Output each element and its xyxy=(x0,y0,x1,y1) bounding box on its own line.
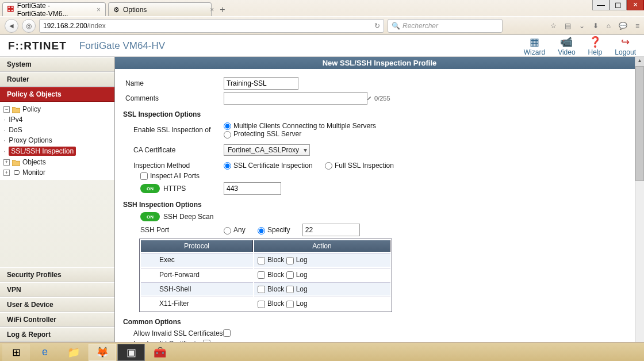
svg-rect-4 xyxy=(12,10,13,11)
ca-cert-label: CA Certificate xyxy=(123,146,224,154)
window-maximize-button[interactable]: ◻ xyxy=(610,0,627,10)
help-button[interactable]: ❓Help xyxy=(588,36,603,56)
enable-opt-protecting[interactable]: Protecting SSL Server xyxy=(224,130,301,138)
taskbar-terminal[interactable]: ▣ xyxy=(117,344,145,361)
help-icon: ❓ xyxy=(589,36,601,48)
bookmark-icon[interactable]: ☆ xyxy=(550,22,557,30)
sidebar-item-router[interactable]: Router xyxy=(0,72,114,87)
tree-leaf-dos[interactable]: DoS xyxy=(3,125,114,135)
ssh-port-input[interactable] xyxy=(302,224,360,236)
tree-node-monitor[interactable]: + 🖵 Monitor xyxy=(3,167,114,178)
sidebar-item-log-report[interactable]: Log & Report xyxy=(0,327,114,342)
new-tab-button[interactable]: + xyxy=(216,3,229,16)
sidebar-item-wifi-controller[interactable]: WiFi Controller xyxy=(0,312,114,327)
main: System Router Policy & Objects − Policy … xyxy=(0,57,644,342)
browser-tab-options[interactable]: ⚙ Options × xyxy=(108,2,212,16)
sidebar-item-security-profiles[interactable]: Security Profiles xyxy=(0,267,114,282)
taskbar-toolbox[interactable]: 🧰 xyxy=(146,344,174,361)
scroll-up-icon[interactable]: ▴ xyxy=(635,57,644,66)
ssh-protocol-table: Protocol Action Exec Block Log Port-Forw… xyxy=(139,239,392,312)
window-minimize-button[interactable]: — xyxy=(592,0,610,10)
logout-button[interactable]: ↪Logout xyxy=(615,36,636,56)
url-input[interactable]: 192.168.2.200/index ↻ xyxy=(39,19,384,33)
tab-close-icon[interactable]: × xyxy=(97,6,101,14)
url-host: 192.168.2.200 xyxy=(43,22,87,30)
model-name: FortiGate VM64-HV xyxy=(79,40,165,52)
taskbar-firefox[interactable]: 🦊 xyxy=(89,344,116,361)
ssh-port-label: SSH Port xyxy=(123,226,224,234)
browser-back-button[interactable]: ◄ xyxy=(5,19,18,33)
https-port-input[interactable] xyxy=(224,182,281,195)
reading-list-icon[interactable]: ▤ xyxy=(565,22,571,30)
tree-leaf-ipv4[interactable]: IPv4 xyxy=(3,114,114,125)
window-close-button[interactable]: × xyxy=(627,0,644,10)
tree-expand-icon[interactable]: + xyxy=(3,159,10,166)
sidebar-item-policy-objects[interactable]: Policy & Objects xyxy=(0,87,114,102)
name-input[interactable] xyxy=(224,77,298,90)
ca-cert-dropdown[interactable]: Fortinet_CA_SSLProxy xyxy=(224,144,310,156)
chat-icon[interactable]: 💬 xyxy=(619,22,627,30)
log-checkbox[interactable]: Log xyxy=(286,256,308,264)
log-invalid-checkbox[interactable] xyxy=(203,340,210,342)
comments-counter: 0/255 xyxy=(374,95,390,102)
resize-handle-icon[interactable] xyxy=(367,97,371,100)
tab-close-icon[interactable]: × xyxy=(210,6,214,14)
sidebar-tree: − Policy IPv4 DoS Proxy Options SSL/SSH … xyxy=(0,102,114,180)
home-icon[interactable]: ⌂ xyxy=(607,22,611,30)
page-title: New SSL/SSH Inspection Profile xyxy=(115,57,644,69)
log-invalid-label: Log Invalid Certificates xyxy=(123,340,203,342)
ssh-port-any[interactable]: Any xyxy=(224,226,246,234)
block-checkbox[interactable]: Block xyxy=(258,299,284,308)
log-checkbox[interactable]: Log xyxy=(286,299,308,308)
fortigate-favicon xyxy=(7,6,14,14)
vertical-scrollbar[interactable]: ▴ xyxy=(635,57,644,342)
log-checkbox[interactable]: Log xyxy=(286,285,308,293)
block-checkbox[interactable]: Block xyxy=(258,256,284,264)
enable-opt-multiple[interactable]: Multiple Clients Connecting to Multiple … xyxy=(224,122,376,130)
sidebar-item-vpn[interactable]: VPN xyxy=(0,282,114,297)
method-opt-full[interactable]: Full SSL Inspection xyxy=(325,162,394,170)
page-header: F::RTINET FortiGate VM64-HV ▦Wizard 📹Vid… xyxy=(0,35,644,57)
page: F::RTINET FortiGate VM64-HV ▦Wizard 📹Vid… xyxy=(0,35,644,342)
log-checkbox[interactable]: Log xyxy=(286,271,308,279)
sidebar-item-user-device[interactable]: User & Device xyxy=(0,297,114,312)
tree-node-objects[interactable]: + Objects xyxy=(3,157,114,167)
tree-expand-icon[interactable]: + xyxy=(3,170,10,176)
tree-node-policy[interactable]: − Policy xyxy=(3,104,114,114)
gear-icon: ⚙ xyxy=(113,6,120,14)
pocket-icon[interactable]: ⌄ xyxy=(579,22,585,30)
tree-collapse-icon[interactable]: − xyxy=(3,106,10,113)
inspect-all-ports-checkbox[interactable]: Inspect All Ports xyxy=(140,172,200,180)
tree-leaf-proxy-options[interactable]: Proxy Options xyxy=(3,135,114,145)
block-checkbox[interactable]: Block xyxy=(258,285,284,293)
comments-label: Comments xyxy=(123,94,224,102)
identity-button[interactable]: ◎ xyxy=(22,19,36,33)
tree-leaf-ssl-ssh-inspection[interactable]: SSL/SSH Inspection xyxy=(3,145,114,157)
menu-icon[interactable]: ≡ xyxy=(635,22,639,30)
block-checkbox[interactable]: Block xyxy=(258,271,284,279)
download-icon[interactable]: ⬇ xyxy=(593,22,599,30)
browser-search-input[interactable]: 🔍 Rechercher xyxy=(388,19,503,33)
scroll-thumb[interactable] xyxy=(635,66,644,181)
address-bar: ◄ ◎ 192.168.2.200/index ↻ 🔍 Rechercher ☆… xyxy=(0,16,644,34)
taskbar-ie[interactable]: e xyxy=(31,344,59,361)
video-button[interactable]: 📹Video xyxy=(558,36,575,56)
ssh-port-specify[interactable]: Specify xyxy=(258,226,290,234)
start-button[interactable]: ⊞ xyxy=(2,344,30,361)
allow-invalid-checkbox[interactable] xyxy=(223,329,231,337)
reload-icon[interactable]: ↻ xyxy=(374,22,380,30)
wizard-icon: ▦ xyxy=(530,36,539,48)
browser-toolbar: ☆ ▤ ⌄ ⬇ ⌂ 💬 ≡ xyxy=(550,22,639,30)
wizard-button[interactable]: ▦Wizard xyxy=(524,36,545,56)
brand-logo: F::RTINET xyxy=(8,40,67,52)
folder-icon xyxy=(12,159,20,166)
ssh-deep-scan-label: SSH Deep Scan xyxy=(163,213,213,221)
sidebar-item-system[interactable]: System xyxy=(0,57,114,72)
taskbar-explorer[interactable]: 📁 xyxy=(60,344,87,361)
comments-input[interactable] xyxy=(224,92,367,105)
ssh-deep-scan-toggle[interactable]: ON xyxy=(140,212,160,221)
https-toggle[interactable]: ON xyxy=(140,184,160,193)
browser-tab-fortigate[interactable]: FortiGate - FortiGate-VM6... × xyxy=(2,2,106,16)
enable-ssl-label: Enable SSL Inspection of xyxy=(123,126,224,134)
method-opt-cert[interactable]: SSL Certificate Inspection xyxy=(224,162,313,170)
